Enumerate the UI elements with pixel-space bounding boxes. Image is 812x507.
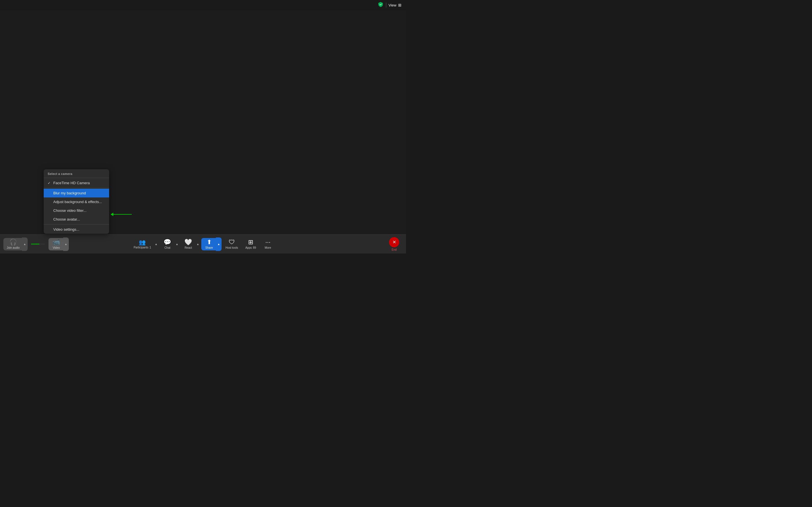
video-group: 📹 Video ▲ <box>49 237 69 251</box>
apps-icon: ⊞ <box>248 239 253 245</box>
view-button[interactable]: View ⊞ <box>389 3 402 7</box>
end-button[interactable]: ✕ End <box>386 236 403 252</box>
participants-icon: 👥 <box>139 239 146 245</box>
toolbar-left: 🎧 Join audio ▲ 📹 Video ▲ <box>3 237 69 251</box>
dropdown-header: Select a camera <box>44 169 109 177</box>
chat-icon: 💬 <box>163 239 171 245</box>
share-group: ⬆ Share ▲ <box>201 237 221 251</box>
dropdown-item-settings[interactable]: Video settings... <box>44 225 109 234</box>
audio-level-indicator <box>31 244 45 244</box>
facetime-camera-label: FaceTime HD Camera <box>53 181 90 185</box>
toolbar-right: ✕ End <box>386 236 403 252</box>
apps-label: Apps <box>245 246 252 249</box>
participants-count: 1 <box>149 246 151 249</box>
audio-label: Join audio <box>7 246 20 249</box>
react-icon: 🤍 <box>185 239 192 245</box>
participants-chevron[interactable]: ▲ <box>153 238 159 250</box>
participants-button[interactable]: 👥 Participants 1 <box>130 238 154 250</box>
share-button[interactable]: ⬆ Share <box>201 238 217 250</box>
chat-button[interactable]: 💬 Chat <box>160 238 175 250</box>
more-group: ··· More <box>260 238 276 250</box>
host-tools-button[interactable]: 🛡 Host tools <box>222 238 241 250</box>
share-label: Share <box>205 246 213 249</box>
video-camera-icon: 📹 <box>52 239 60 245</box>
toolbar: 🎧 Join audio ▲ 📹 Video ▲ 👥 <box>0 234 406 253</box>
toolbar-center: 👥 Participants 1 ▲ 💬 Chat ▲ 🤍 React ▲ <box>130 237 276 251</box>
avatar-label: Choose avatar... <box>53 217 80 221</box>
chat-group: 💬 Chat ▲ <box>160 238 180 250</box>
dropdown-item-avatar[interactable]: Choose avatar... <box>44 215 109 224</box>
video-settings-label: Video settings... <box>53 227 79 231</box>
dropdown-item-facetime[interactable]: ✓ FaceTime HD Camera <box>44 179 109 187</box>
apps-group: ⊞ Apps 89 <box>242 238 259 250</box>
headphones-icon: 🎧 <box>9 239 17 245</box>
checkmark-icon: ✓ <box>48 181 52 185</box>
more-label: More <box>265 246 271 249</box>
react-button[interactable]: 🤍 React <box>181 238 196 250</box>
adjust-background-label: Adjust background & effects... <box>53 200 102 204</box>
react-group: 🤍 React ▲ <box>181 238 201 250</box>
apps-count: 89 <box>253 246 256 249</box>
dropdown-item-blur[interactable]: Blur my background <box>44 189 109 198</box>
react-chevron[interactable]: ▲ <box>195 238 201 250</box>
join-audio-button[interactable]: 🎧 Join audio <box>3 238 23 250</box>
chat-label: Chat <box>164 246 170 249</box>
dropdown-item-adjust[interactable]: Adjust background & effects... <box>44 198 109 206</box>
more-icon: ··· <box>265 239 270 245</box>
video-chevron-button[interactable]: ▲ <box>63 237 69 251</box>
participants-label: Participants <box>134 246 148 249</box>
divider <box>386 3 386 8</box>
blur-background-label: Blur my background <box>53 191 86 195</box>
camera-dropdown-menu: Select a camera ✓ FaceTime HD Camera Blu… <box>44 169 109 234</box>
host-tools-label: Host tools <box>225 246 238 249</box>
dropdown-separator-2 <box>44 188 109 188</box>
host-tools-icon: 🛡 <box>229 239 235 245</box>
video-label: Video <box>53 246 60 249</box>
share-chevron[interactable]: ▲ <box>216 237 221 251</box>
grid-icon: ⊞ <box>398 3 402 7</box>
audio-group: 🎧 Join audio ▲ <box>3 237 28 251</box>
audio-chevron-button[interactable]: ▲ <box>22 237 28 251</box>
video-button[interactable]: 📹 Video <box>49 238 64 250</box>
apps-button[interactable]: ⊞ Apps 89 <box>242 238 259 250</box>
end-label: End <box>392 248 397 251</box>
security-shield-icon <box>377 1 384 9</box>
chat-chevron[interactable]: ▲ <box>174 238 180 250</box>
view-label: View <box>389 3 396 7</box>
dropdown-separator <box>44 178 109 178</box>
react-label: React <box>185 246 192 249</box>
more-button[interactable]: ··· More <box>260 238 276 250</box>
end-icon: ✕ <box>389 237 399 247</box>
top-bar: View ⊞ <box>377 0 406 10</box>
video-filter-label: Choose video filter... <box>53 209 87 213</box>
host-tools-group: 🛡 Host tools <box>222 238 241 250</box>
share-icon: ⬆ <box>207 239 212 245</box>
dropdown-item-filter[interactable]: Choose video filter... <box>44 206 109 215</box>
participants-group: 👥 Participants 1 ▲ <box>130 238 159 250</box>
